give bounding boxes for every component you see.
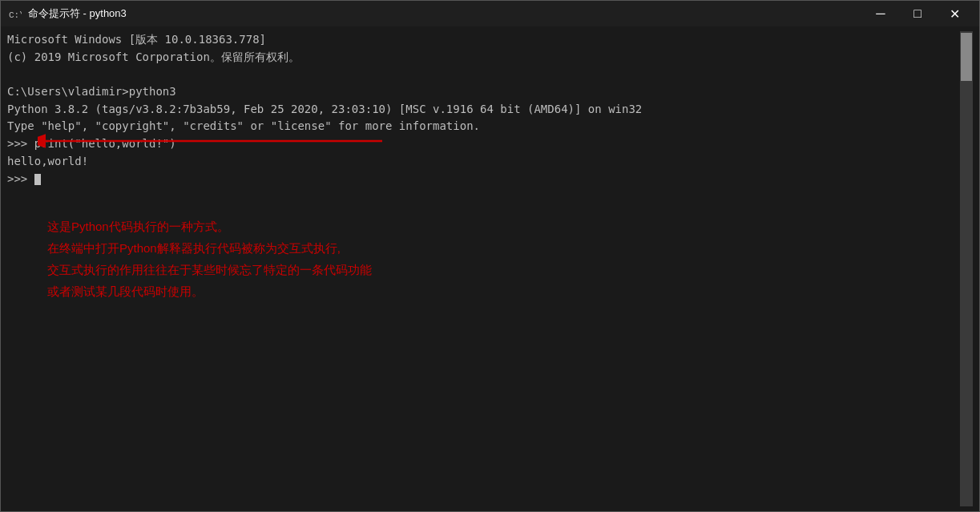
console-area: Microsoft Windows [版本 10.0.18363.778] (c… (1, 26, 979, 511)
annotation-line-3: 交互式执行的作用往往在于某些时候忘了特定的一条代码功能 (47, 259, 372, 280)
cmd-window: C:\ 命令提示符 - python3 ─ □ ✕ Microsoft Wind… (0, 0, 980, 512)
close-button[interactable]: ✕ (936, 1, 973, 26)
console-output: Microsoft Windows [版本 10.0.18363.778] (c… (7, 31, 960, 506)
window-title: 命令提示符 - python3 (28, 6, 862, 21)
annotation-arrow (38, 130, 406, 152)
annotation-line-1: 这是Python代码执行的一种方式。 (47, 216, 372, 237)
cursor (34, 174, 41, 185)
scrollbar-thumb[interactable] (961, 33, 972, 81)
titlebar: C:\ 命令提示符 - python3 ─ □ ✕ (1, 1, 979, 26)
cmd-icon: C:\ (7, 6, 22, 21)
annotation-line-4: 或者测试某几段代码时使用。 (47, 280, 372, 302)
svg-text:C:\: C:\ (9, 10, 22, 20)
window-controls: ─ □ ✕ (862, 1, 973, 26)
annotation-line-2: 在终端中打开Python解释器执行代码被称为交互式执行, (47, 237, 372, 259)
scrollbar[interactable] (960, 31, 973, 506)
console-text: Microsoft Windows [版本 10.0.18363.778] (c… (7, 31, 960, 187)
maximize-button[interactable]: □ (899, 1, 936, 26)
annotation-text: 这是Python代码执行的一种方式。 在终端中打开Python解释器执行代码被称… (47, 216, 372, 302)
minimize-button[interactable]: ─ (862, 1, 899, 26)
